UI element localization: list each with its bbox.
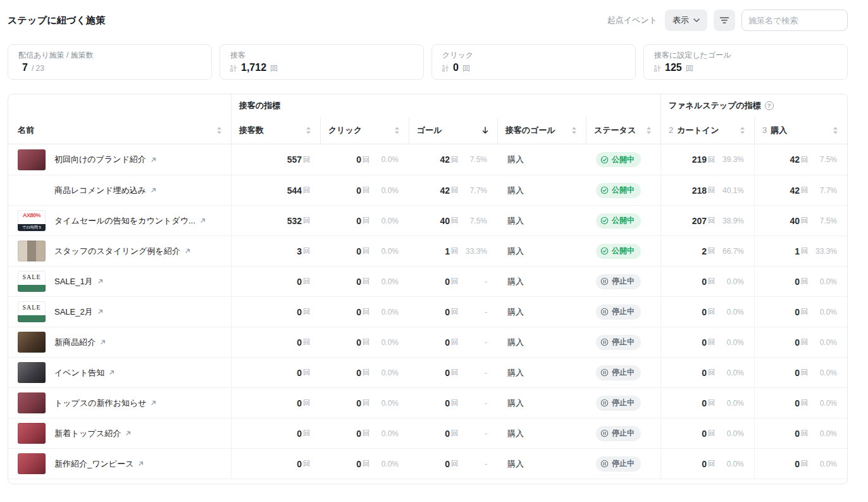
cart-in-cell: 219回 39.3% [660,144,754,175]
sessions-cell: 532回 [231,206,320,235]
measure-name[interactable]: 新作紹介_ワンピース [54,458,133,470]
table-row[interactable]: 初回向けのブランド紹介 557回 0回 0.0% 42回 7.5% 購入 公開中… [8,144,847,175]
table-row-partial[interactable] [8,479,847,484]
measure-name[interactable]: 新着トップス紹介 [54,428,121,439]
open-link-icon[interactable] [99,339,106,346]
cart-in-value: 218 [692,185,707,196]
clicks-cell: 0回 0.0% [320,267,409,296]
count-unit: 回 [363,246,369,256]
measure-name[interactable]: SALE_2月 [54,306,93,318]
goal-value: 42 [440,185,450,196]
table-row[interactable]: SALE SALE_2月 0回 0回 0.0% 0回 - 購入 停止 [8,296,847,327]
column-header-purchase[interactable]: 3 購入 [754,117,847,144]
table-group-header: 接客の指標 ファネルステップの指標 ? [8,94,847,117]
cart-in-value: 207 [692,216,707,226]
table-row[interactable]: AX80% で21時間 5 タイムセールの告知をカウントダウ... 532回 0… [8,205,847,235]
table-row[interactable]: 新作紹介_ワンピース 0回 0回 0.0% 0回 - 購入 停止中 0回 [8,448,847,479]
count-unit: 回 [801,307,808,317]
display-dropdown-button[interactable]: 表示 [665,9,707,31]
pause-circle-icon [600,460,609,468]
column-header-clicks[interactable]: クリック [320,117,409,144]
service-goal-cell: 購入 [497,358,586,387]
purchase-value: 42 [790,154,800,165]
sessions-cell: 0回 [231,327,320,357]
service-goal-value: 購入 [507,306,524,318]
table-row[interactable]: SALE SALE_1月 0回 0回 0.0% 0回 - 購入 停止 [8,266,847,296]
thumbnail-text-top: AX80% [18,212,46,218]
sessions-value: 0 [297,337,302,348]
measure-name[interactable]: タイムセールの告知をカウントダウ... [54,215,195,227]
column-header-sessions[interactable]: 接客数 [231,117,320,144]
open-link-icon[interactable] [150,156,157,163]
measure-name[interactable]: SALE_1月 [54,276,93,287]
measure-name[interactable]: イベント告知 [54,367,104,379]
search-input[interactable] [741,9,848,31]
measure-name[interactable]: 初回向けのブランド紹介 [54,154,146,165]
open-link-icon[interactable] [97,308,104,315]
clicks-value: 0 [356,277,361,287]
status-cell: 公開中 [586,236,660,266]
measure-name[interactable]: スタッフのスタイリング例を紹介 [54,246,180,257]
count-unit: 回 [303,277,310,286]
table-row[interactable]: トップスの新作お知らせ 0回 0回 0.0% 0回 - 購入 停止中 0回 [8,387,847,418]
check-circle-icon [600,247,609,255]
open-link-icon[interactable] [137,460,144,467]
status-label: 停止中 [612,458,635,469]
sessions-value: 0 [297,277,302,287]
column-header-cart-in[interactable]: 2 カートイン [660,117,754,144]
count-unit: 回 [451,307,458,317]
service-goal-value: 購入 [507,154,524,165]
status-cell: 停止中 [586,297,660,327]
column-header-goal[interactable]: ゴール [409,117,497,144]
count-unit: 回 [451,246,458,256]
column-header-service-goal[interactable]: 接客のゴール [497,117,586,144]
status-label: 停止中 [612,306,635,317]
open-link-icon[interactable] [199,217,206,224]
purchase-rate: 0.0% [808,277,837,286]
summary-card-value: 125 [665,62,682,73]
count-unit: 回 [363,216,369,225]
clicks-value: 0 [356,368,361,378]
open-link-icon[interactable] [97,278,104,285]
count-unit: 回 [801,185,808,195]
column-header-status[interactable]: ステータス [586,117,660,144]
open-link-icon[interactable] [150,187,157,194]
purchase-rate: 0.0% [808,308,837,317]
open-link-icon[interactable] [125,430,132,437]
table-row[interactable]: 新商品紹介 0回 0回 0.0% 0回 - 購入 停止中 0回 0.0% [8,327,847,357]
summary-card-suffix: / 23 [32,64,44,73]
table-row[interactable]: 新着トップス紹介 0回 0回 0.0% 0回 - 購入 停止中 0回 0 [8,418,847,448]
clicks-rate: 0.0% [369,216,399,225]
status-badge: 停止中 [596,335,641,350]
pause-circle-icon [600,368,609,377]
table-row[interactable]: 商品レコメンド埋め込み 544回 0回 0.0% 42回 7.7% 購入 公開中… [8,175,847,205]
topbar-controls: 起点イベント 表示 [607,9,848,31]
group-header-service-metrics: 接客の指標 [231,94,660,117]
table-row[interactable]: スタッフのスタイリング例を紹介 3回 0回 0.0% 1回 33.3% 購入 公… [8,235,847,266]
open-link-icon[interactable] [108,369,115,376]
cart-in-rate: 0.0% [715,399,744,408]
cart-in-cell: 218回 40.1% [660,175,754,205]
cart-in-cell: 0回 0.0% [660,358,754,387]
count-unit: 回 [801,246,808,256]
column-header-name[interactable]: 名前 [8,117,231,144]
goal-rate: 7.7% [458,186,487,195]
count-unit: 回 [303,307,310,317]
purchase-cell: 0回 0.0% [754,418,847,448]
measure-name[interactable]: 新商品紹介 [54,337,96,348]
purchase-rate: 7.5% [808,155,837,164]
summary-card-label: 配信あり施策 / 施策数 [18,51,201,60]
goal-cell: 0回 - [409,297,497,327]
sort-icon [216,127,222,134]
filter-button[interactable] [714,9,735,31]
goal-cell: 40回 7.5% [409,206,497,235]
measure-name[interactable]: 商品レコメンド埋め込み [54,185,146,196]
table-row[interactable]: イベント告知 0回 0回 0.0% 0回 - 購入 停止中 0回 0.0 [8,357,847,387]
goal-rate: - [458,460,487,468]
cart-in-rate: 40.1% [715,186,744,195]
measure-name[interactable]: トップスの新作お知らせ [54,398,146,409]
sort-icon [571,127,577,134]
help-icon[interactable]: ? [765,101,774,110]
open-link-icon[interactable] [150,399,157,406]
open-link-icon[interactable] [184,248,191,254]
